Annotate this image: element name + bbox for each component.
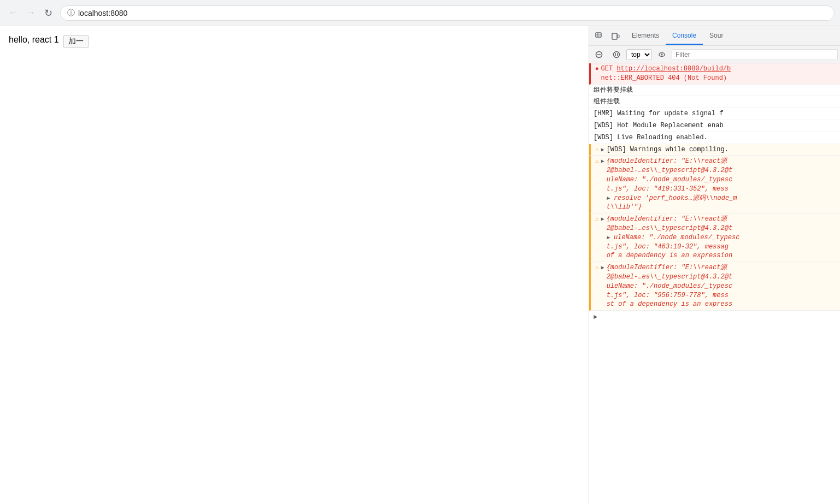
log-hmr-text: [HMR] Waiting for update signal f: [594, 109, 836, 118]
main-area: hello, react 1 加一: [0, 26, 840, 504]
info-icon: ⓘ: [67, 8, 75, 18]
device-toolbar-button[interactable]: [608, 28, 623, 44]
log-wds-warn-text: [WDS] Warnings while compiling.: [607, 145, 836, 155]
expand-arrow-sub-1[interactable]: ▶: [607, 195, 610, 201]
expand-arrow-3[interactable]: ▶: [601, 216, 604, 223]
url-text: localhost:8080: [78, 9, 127, 17]
error-icon: ●: [595, 65, 599, 73]
prompt-arrow: ►: [594, 313, 597, 321]
svg-point-7: [614, 51, 620, 57]
page-greeting: hello, react 1: [9, 35, 59, 45]
tab-console[interactable]: Console: [666, 27, 703, 45]
console-prompt: ►: [589, 311, 840, 323]
expand-arrow-sub-2[interactable]: ▶: [607, 235, 610, 241]
log-entry-will-mount: 组件将要挂载: [589, 85, 840, 97]
context-selector[interactable]: top: [626, 49, 652, 60]
console-filter-input[interactable]: [672, 49, 838, 60]
devtools-toolbar: Elements Console Sour: [589, 26, 840, 46]
svg-point-11: [661, 54, 663, 55]
devtools-panel: Elements Console Sour top: [589, 26, 840, 504]
log-entry-wds-hmr: [WDS] Hot Module Replacement enab: [589, 120, 840, 132]
log-entry-wds-live: [WDS] Live Reloading enabled.: [589, 132, 840, 144]
log-entry-mounted: 组件挂载: [589, 96, 840, 108]
page-content: hello, react 1 加一: [0, 26, 589, 504]
console-toolbar: top: [589, 46, 840, 63]
log-entry-hmr: [HMR] Waiting for update signal f: [589, 108, 840, 120]
svg-rect-3: [612, 33, 617, 39]
expand-arrow-4[interactable]: ▶: [601, 264, 604, 272]
log-will-mount-text: 组件将要挂载: [594, 86, 836, 95]
forward-button[interactable]: →: [23, 5, 38, 21]
log-entry-error: ● GET http://localhost:8080/build/b net:…: [589, 63, 840, 85]
log-wds-hmr-text: [WDS] Hot Module Replacement enab: [594, 121, 836, 131]
warning-icon-2: ⚠: [595, 157, 599, 165]
log-warn-obj-3-text: {moduleIdentifier: "E:\\react源 2@babel-……: [607, 263, 836, 309]
log-wds-live-text: [WDS] Live Reloading enabled.: [594, 133, 836, 143]
nav-buttons: ← → ↻: [5, 5, 56, 21]
log-warn-obj-1-text: {moduleIdentifier: "E:\\react源 2@babel-……: [607, 157, 836, 212]
inspect-element-button[interactable]: [591, 28, 607, 44]
log-entry-warn-obj-1: ⚠ ▶ {moduleIdentifier: "E:\\react源 2@bab…: [589, 156, 840, 214]
tab-sources[interactable]: Sour: [703, 27, 730, 45]
address-bar[interactable]: ⓘ localhost:8080: [60, 5, 835, 21]
log-warn-obj-2-text: {moduleIdentifier: "E:\\react源 2@babel-……: [607, 215, 836, 260]
back-button[interactable]: ←: [5, 5, 21, 21]
log-error-text: GET http://localhost:8080/build/b net::E…: [601, 64, 836, 83]
svg-rect-4: [618, 35, 619, 38]
warning-icon-4: ⚠: [595, 264, 599, 272]
warning-icon-1: ⚠: [595, 146, 599, 154]
eye-button[interactable]: [654, 47, 669, 62]
devtools-dock-icons: [589, 28, 625, 44]
log-mounted-text: 组件挂载: [594, 97, 836, 106]
add-button[interactable]: 加一: [63, 35, 89, 48]
warning-icon-3: ⚠: [595, 215, 599, 223]
log-entry-warn-obj-2: ⚠ ▶ {moduleIdentifier: "E:\\react源 2@bab…: [589, 214, 840, 262]
log-entry-wds-warn: ⚠ ▶ [WDS] Warnings while compiling.: [589, 144, 840, 156]
reload-button[interactable]: ↻: [40, 5, 56, 21]
tab-elements[interactable]: Elements: [625, 27, 666, 45]
console-log: ● GET http://localhost:8080/build/b net:…: [589, 63, 840, 504]
expand-arrow-2[interactable]: ▶: [601, 158, 604, 165]
expand-arrow-1[interactable]: ▶: [601, 146, 604, 154]
browser-chrome: ← → ↻ ⓘ localhost:8080: [0, 0, 840, 26]
log-entry-warn-obj-3: ⚠ ▶ {moduleIdentifier: "E:\\react源 2@bab…: [589, 262, 840, 311]
pause-button[interactable]: [609, 47, 624, 62]
clear-console-button[interactable]: [591, 47, 607, 62]
